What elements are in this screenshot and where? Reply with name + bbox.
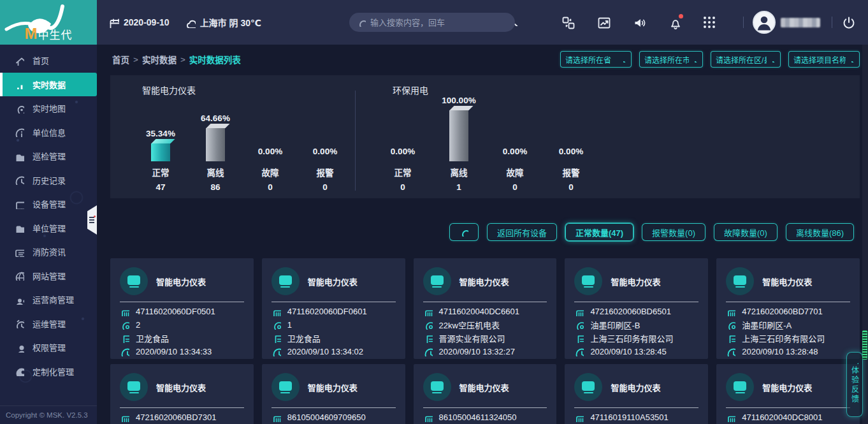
device-card[interactable]: 智能电力仪表 47116020040DC6601 22kw空压机电表 晋源实业有… bbox=[414, 258, 557, 359]
sidebar-item-history[interactable]: 历史记录 bbox=[0, 168, 97, 193]
folder-icon bbox=[14, 151, 24, 161]
device-card-grid: 智能电力仪表 47116020060DF0501 2 卫龙食品 2020/09/… bbox=[110, 258, 860, 424]
meter-id-icon bbox=[574, 413, 584, 422]
normal-count-button[interactable]: 正常数量(47) bbox=[565, 223, 633, 241]
sidebar-item-unit-info[interactable]: 单位信息 bbox=[0, 121, 97, 145]
device-id: 86105004609709650 bbox=[287, 413, 366, 422]
logo-letter-m: M bbox=[25, 25, 38, 42]
bolt-icon bbox=[737, 383, 743, 389]
device-card[interactable]: 智能电力仪表 47116020040DC8001 bbox=[716, 364, 860, 424]
logo-text: M中生代 bbox=[0, 25, 97, 43]
device-card[interactable]: 智能电力仪表 47216020060BD7301 bbox=[110, 364, 254, 424]
speaker-icon[interactable] bbox=[632, 15, 646, 29]
breadcrumb-row: 首页 > 实时数据 > 实时数据列表 请选择所在省 请选择所在市 请选择所在区/… bbox=[97, 45, 868, 74]
power-meter-icon bbox=[726, 373, 754, 401]
device-id: 47116019110A53501 bbox=[590, 413, 668, 422]
device-card[interactable]: 智能电力仪表 86105004609709650 bbox=[262, 364, 405, 424]
swap-icon[interactable] bbox=[561, 15, 575, 29]
province-select[interactable]: 请选择所在省 bbox=[560, 51, 632, 68]
city-select[interactable]: 请选择所在市 bbox=[639, 51, 703, 68]
brand-logo: M中生代 bbox=[0, 0, 97, 45]
main-content: 首页 > 实时数据 > 实时数据列表 请选择所在省 请选择所在市 请选择所在区/… bbox=[97, 45, 868, 424]
apps-grid-icon[interactable] bbox=[704, 17, 715, 28]
scrollbar-track[interactable] bbox=[862, 45, 868, 424]
sidebar-item-label: 实时地图 bbox=[33, 102, 66, 114]
sidebar-item-realtime-data[interactable]: 实时数据 bbox=[0, 73, 97, 97]
calendar-icon bbox=[108, 17, 119, 28]
category-label: 报警 bbox=[317, 166, 334, 179]
sidebar-item-fire-news[interactable]: 消防资讯 bbox=[0, 240, 97, 264]
magnifier-icon bbox=[459, 228, 468, 237]
power-icon[interactable] bbox=[841, 15, 855, 29]
card-divider bbox=[423, 302, 547, 302]
bolt-icon bbox=[434, 383, 440, 389]
sidebar-item-label: 权限管理 bbox=[33, 341, 66, 353]
device-card[interactable]: 智能电力仪表 86105004611324050 bbox=[414, 364, 557, 424]
device-card[interactable]: 智能电力仪表 47116020060DF0601 1 卫龙食品 2020/09/… bbox=[262, 258, 405, 359]
breadcrumb-current: 实时数据列表 bbox=[189, 53, 241, 66]
meter-id-icon bbox=[271, 413, 281, 422]
district-select[interactable]: 请选择所在区/县 bbox=[711, 51, 781, 68]
card-divider bbox=[423, 407, 547, 408]
device-card[interactable]: 智能电力仪表 47116019110A53501 bbox=[565, 364, 708, 424]
breadcrumb-home[interactable]: 首页 bbox=[112, 53, 129, 66]
device-card[interactable]: 智能电力仪表 47116020060DF0501 2 卫龙食品 2020/09/… bbox=[110, 258, 254, 359]
percent-label: 0.00% bbox=[391, 147, 415, 156]
count-value: 0 bbox=[268, 182, 273, 192]
user-avatar-icon bbox=[754, 12, 774, 33]
breadcrumb-separator: > bbox=[180, 55, 185, 64]
search-filter-button[interactable] bbox=[449, 223, 479, 241]
sidebar-item-realtime-map[interactable]: 实时地图 bbox=[0, 96, 97, 121]
current-date: 2020-09-10 bbox=[124, 17, 170, 27]
category-label: 离线 bbox=[451, 166, 468, 179]
sidebar-item-permission-mgmt[interactable]: 权限管理 bbox=[0, 335, 97, 360]
bolt-icon bbox=[434, 277, 440, 283]
breadcrumb-separator: > bbox=[133, 55, 138, 64]
folder-icon bbox=[14, 223, 24, 233]
project-select[interactable]: 请选择项目名称 bbox=[788, 51, 860, 68]
chart-column-normal: 0.00% 正常 0 bbox=[375, 95, 431, 192]
monitor-icon bbox=[14, 199, 24, 209]
sidebar-item-operator-mgmt[interactable]: 运营商管理 bbox=[0, 288, 97, 312]
chart-box-icon[interactable] bbox=[597, 15, 611, 29]
card-title: 智能电力仪表 bbox=[156, 275, 206, 288]
device-card[interactable]: 智能电力仪表 47216020060BD6501 油墨印刷区-B 上海三石印务有… bbox=[565, 258, 708, 359]
sidebar-item-ops-mgmt[interactable]: 运维管理 bbox=[0, 312, 97, 336]
sidebar-item-device-mgmt[interactable]: 设备管理 bbox=[0, 192, 97, 216]
feedback-button[interactable]: 体验反馈 bbox=[846, 352, 863, 417]
left-column: M中生代 首页 实时数据 实时地图 单位信息 巡检管理 历史记录 设备管理 单位… bbox=[0, 0, 97, 424]
device-card[interactable]: 智能电力仪表 47216020060BD7701 油墨印刷区-A 上海三石印务有… bbox=[716, 258, 860, 359]
sidebar-item-customization[interactable]: 定制化管理 bbox=[0, 360, 97, 384]
search-input[interactable] bbox=[370, 18, 507, 27]
filter-selects: 请选择所在省 请选择所在市 请选择所在区/县 请选择项目名称 bbox=[560, 51, 860, 68]
chevron-down-icon bbox=[848, 56, 855, 62]
avatar[interactable] bbox=[753, 11, 776, 34]
bolt-icon bbox=[282, 277, 288, 283]
back-all-devices-button[interactable]: 返回所有设备 bbox=[487, 223, 557, 241]
bell-icon[interactable] bbox=[668, 15, 682, 29]
card-title: 智能电力仪表 bbox=[459, 381, 509, 393]
meter-id-icon bbox=[423, 413, 433, 422]
map-pin-icon bbox=[14, 103, 24, 113]
company-icon bbox=[574, 333, 584, 343]
sidebar-item-website-mgmt[interactable]: 网站管理 bbox=[0, 264, 97, 288]
card-divider bbox=[574, 302, 698, 302]
scrollbar-thumb[interactable] bbox=[862, 330, 867, 360]
logo-brand-name: 中生代 bbox=[38, 29, 73, 41]
count-value: 0 bbox=[568, 182, 574, 192]
sidebar-item-inspection[interactable]: 巡检管理 bbox=[0, 144, 97, 168]
header-actions: 主题 bbox=[491, 11, 859, 34]
chart-title: 智能电力仪表 bbox=[142, 84, 196, 96]
breadcrumb-realtime-data[interactable]: 实时数据 bbox=[142, 53, 177, 66]
sidebar-item-unit-mgmt[interactable]: 单位管理 bbox=[0, 216, 97, 240]
count-value: 86 bbox=[210, 182, 220, 192]
sidebar-item-home[interactable]: 首页 bbox=[0, 48, 97, 73]
alarm-count-button[interactable]: 报警数量(0) bbox=[642, 223, 705, 241]
weather-display: 上海市 阴 30℃ bbox=[185, 16, 261, 29]
notification-dot bbox=[94, 216, 96, 217]
device-company: 上海三石印务有限公司 bbox=[742, 332, 825, 344]
device-company: 晋源实业有限公司 bbox=[439, 332, 505, 344]
offline-count-button[interactable]: 离线数量(86) bbox=[786, 223, 854, 241]
fault-count-button[interactable]: 故障数量(0) bbox=[714, 223, 778, 241]
percent-label: 100.00% bbox=[442, 96, 475, 105]
